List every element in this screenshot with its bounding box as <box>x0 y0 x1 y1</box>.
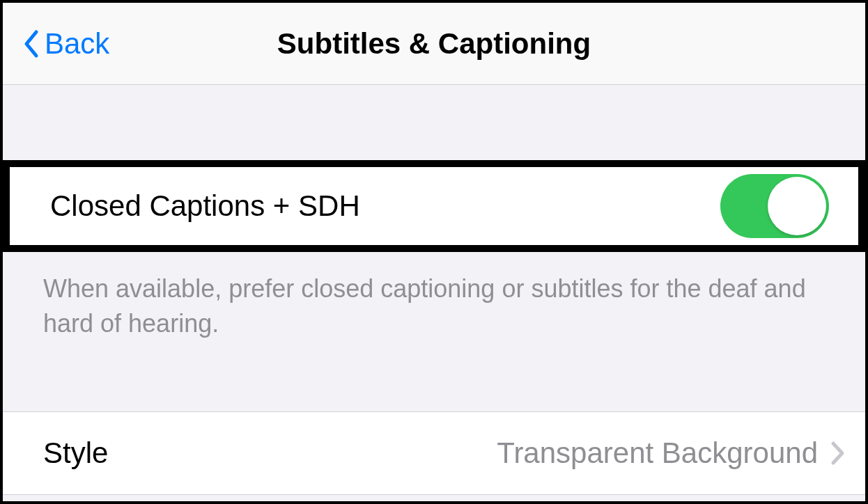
chevron-right-icon <box>830 441 846 466</box>
toggle-knob <box>768 177 826 235</box>
back-label: Back <box>45 27 109 61</box>
style-value: Transparent Background <box>497 436 818 470</box>
settings-screen: Back Subtitles & Captioning Closed Capti… <box>3 3 865 501</box>
cc-sdh-label: Closed Captions + SDH <box>50 189 360 223</box>
style-label: Style <box>43 436 497 470</box>
nav-bar: Back Subtitles & Captioning <box>3 3 865 85</box>
page-title: Subtitles & Captioning <box>277 27 591 61</box>
style-row[interactable]: Style Transparent Background <box>3 411 865 495</box>
highlighted-row: Closed Captions + SDH <box>3 160 865 252</box>
cc-sdh-row: Closed Captions + SDH <box>10 167 858 245</box>
back-button[interactable]: Back <box>3 27 109 61</box>
section-spacer <box>3 85 865 160</box>
section-footer: When available, prefer closed captioning… <box>3 252 865 370</box>
section-spacer <box>3 495 865 501</box>
section-spacer <box>3 370 865 411</box>
cc-sdh-toggle[interactable] <box>720 174 829 238</box>
chevron-left-icon <box>22 29 39 58</box>
